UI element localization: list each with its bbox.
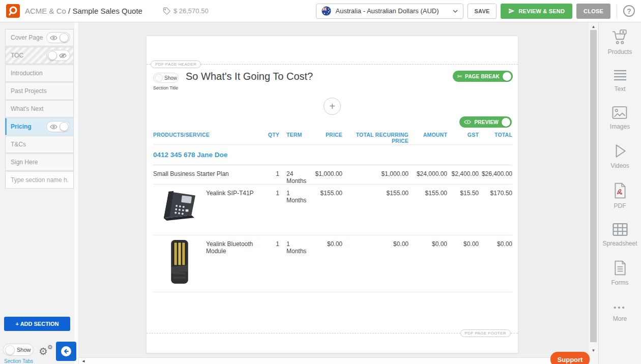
play-icon bbox=[612, 143, 627, 159]
toolbox-item-images[interactable]: Images bbox=[610, 106, 630, 130]
sidebar-item-toc[interactable]: TOC bbox=[5, 47, 74, 64]
preview-toggle[interactable]: PREVIEW bbox=[459, 116, 512, 128]
text-lines-icon bbox=[613, 69, 628, 82]
table-row[interactable]: Small Business Starter Plan 1 24 Months … bbox=[153, 165, 512, 185]
section-label: Sign Here bbox=[11, 159, 38, 166]
pdf-page: PDF PAGE HEADER Show Section Title So Wh… bbox=[146, 36, 518, 353]
review-send-label: REVIEW & SEND bbox=[518, 8, 565, 14]
sidebar-item-sign-here[interactable]: Sign Here bbox=[5, 154, 74, 171]
toolbox-item-videos[interactable]: Videos bbox=[610, 143, 629, 169]
breadcrumb-company: ACME & Co bbox=[25, 7, 66, 15]
help-button[interactable]: ? bbox=[623, 5, 635, 17]
cell-term: 1 Months bbox=[279, 235, 311, 292]
toolbox-item-label: Spreadsheet bbox=[602, 240, 637, 247]
cell-price: $0.00 bbox=[311, 235, 342, 292]
scroll-up-button[interactable]: ▲ bbox=[589, 23, 598, 30]
cell-qty: 1 bbox=[262, 185, 279, 235]
toggle-knob bbox=[48, 51, 57, 60]
review-send-button[interactable]: REVIEW & SEND bbox=[501, 4, 572, 19]
horizontal-scrollbar[interactable]: ◄ bbox=[79, 357, 589, 364]
toolbox-item-label: PDF bbox=[614, 202, 626, 209]
scroll-down-button[interactable]: ▼ bbox=[589, 347, 598, 354]
collapse-sidebar-button[interactable] bbox=[56, 342, 76, 361]
quote-total-value: $ 26,570.50 bbox=[173, 7, 209, 15]
section-label: Introduction bbox=[11, 70, 43, 77]
section-label: What's Next bbox=[11, 105, 43, 112]
toggle-knob bbox=[5, 345, 15, 355]
section-title-show-toggle[interactable]: Show bbox=[153, 73, 179, 83]
scroll-thumb[interactable] bbox=[590, 30, 597, 342]
col-total-recurring-price: TOTAL RECURRING PRICE bbox=[342, 132, 409, 144]
cell-term: 1 Months bbox=[279, 185, 311, 235]
toolbox-item-more[interactable]: ••• More bbox=[613, 299, 627, 322]
close-button[interactable]: CLOSE bbox=[576, 4, 610, 19]
section-title-row: Show Section Title So What's It Going To… bbox=[153, 71, 513, 90]
col-gst: GST bbox=[447, 132, 479, 138]
pdf-footer-boundary: PDF PAGE FOOTER bbox=[147, 329, 518, 337]
product-name: Yealink Bluetooth Module bbox=[206, 235, 262, 255]
quote-title: Sample Sales Quote bbox=[72, 7, 142, 15]
toolbox-item-forms[interactable]: Forms bbox=[611, 260, 629, 286]
currency-selector[interactable]: Australia - Australian Dollars (AUD) bbox=[316, 4, 463, 19]
cell-product: Small Business Starter Plan bbox=[153, 165, 262, 185]
sidebar-item-tcs[interactable]: T&Cs bbox=[5, 136, 74, 153]
visibility-toggle[interactable] bbox=[46, 121, 70, 132]
eye-off-icon bbox=[59, 53, 67, 58]
sidebar-item-pricing[interactable]: Pricing bbox=[5, 118, 74, 135]
cell-qty: 1 bbox=[262, 165, 279, 185]
table-row[interactable]: Yealink Bluetooth Module 1 1 Months $0.0… bbox=[153, 235, 512, 292]
toolbox-item-products[interactable]: Products bbox=[608, 29, 632, 55]
app-logo-icon[interactable] bbox=[6, 4, 20, 18]
cell-total: $26,400.00 bbox=[479, 165, 512, 185]
form-document-icon bbox=[614, 260, 627, 276]
toolbox-item-text[interactable]: Text bbox=[613, 69, 628, 93]
cell-amount: $0.00 bbox=[409, 235, 447, 292]
table-header-row: PRODUCTS/SERVICE QTY TERM PRICE TOTAL RE… bbox=[153, 132, 512, 145]
dashed-line bbox=[147, 333, 460, 333]
breadcrumb-separator: / bbox=[66, 7, 73, 15]
cell-gst: $15.50 bbox=[447, 185, 479, 235]
support-button[interactable]: Support bbox=[550, 352, 590, 364]
settings-gears-icon[interactable]: ⚙⚙ bbox=[39, 346, 54, 359]
sidebar-item-cover-page[interactable]: Cover Page bbox=[5, 29, 74, 46]
content-toolbox: Products Text Images Videos bbox=[598, 22, 641, 364]
table-row[interactable]: Yealink SIP-T41P 1 1 Months $155.00 $155… bbox=[153, 185, 512, 235]
toolbox-item-label: More bbox=[613, 315, 627, 322]
visibility-toggle[interactable] bbox=[46, 32, 70, 43]
add-section-button[interactable]: + ADD SECTION bbox=[4, 317, 70, 331]
section-label: TOC bbox=[11, 52, 23, 59]
cell-amount: $155.00 bbox=[409, 185, 447, 235]
cell-total: $0.00 bbox=[479, 235, 512, 292]
scroll-left-button[interactable]: ◄ bbox=[80, 358, 87, 364]
sidebar-item-introduction[interactable]: Introduction bbox=[5, 65, 74, 82]
arrow-left-circle-icon bbox=[60, 345, 72, 357]
page-title[interactable]: So What's It Going To Cost? bbox=[186, 71, 313, 82]
pdf-header-boundary: PDF PAGE HEADER bbox=[147, 60, 518, 68]
vertical-scrollbar[interactable]: ▲ ▼ bbox=[589, 22, 598, 364]
australia-flag-icon bbox=[322, 6, 331, 16]
plus-icon: + bbox=[329, 101, 335, 111]
section-label: T&Cs bbox=[11, 141, 26, 148]
sidebar-item-whats-next[interactable]: What's Next bbox=[5, 100, 74, 117]
save-button[interactable]: SAVE bbox=[468, 4, 497, 19]
visibility-toggle[interactable] bbox=[46, 50, 70, 61]
pricing-table: PRODUCTS/SERVICE QTY TERM PRICE TOTAL RE… bbox=[153, 132, 512, 292]
sidebar-scroll-gutter bbox=[74, 22, 79, 364]
new-section-input[interactable] bbox=[5, 171, 74, 189]
group-header-row[interactable]: 0412 345 678 Jane Doe bbox=[153, 145, 512, 165]
add-row-button-top[interactable]: + bbox=[324, 98, 341, 115]
cell-term: 24 Months bbox=[279, 165, 311, 185]
cell-total: $170.50 bbox=[479, 185, 512, 235]
toolbox-item-pdf[interactable]: PDF bbox=[613, 183, 627, 209]
section-label: Cover Page bbox=[11, 34, 43, 41]
cart-plus-icon bbox=[611, 29, 628, 45]
cell-gst: $0.00 bbox=[447, 235, 479, 292]
toolbox-item-spreadsheet[interactable]: Spreadsheet bbox=[602, 223, 637, 247]
ellipsis-icon: ••• bbox=[614, 299, 626, 315]
sidebar-item-past-projects[interactable]: Past Projects bbox=[5, 82, 74, 100]
page-break-toggle[interactable]: ✄ PAGE BREAK bbox=[453, 71, 513, 82]
toolbox-item-label: Images bbox=[610, 123, 630, 130]
cell-qty: 1 bbox=[262, 235, 279, 292]
price-tag-icon bbox=[163, 7, 170, 15]
show-section-tabs-toggle[interactable]: Show bbox=[3, 344, 34, 356]
